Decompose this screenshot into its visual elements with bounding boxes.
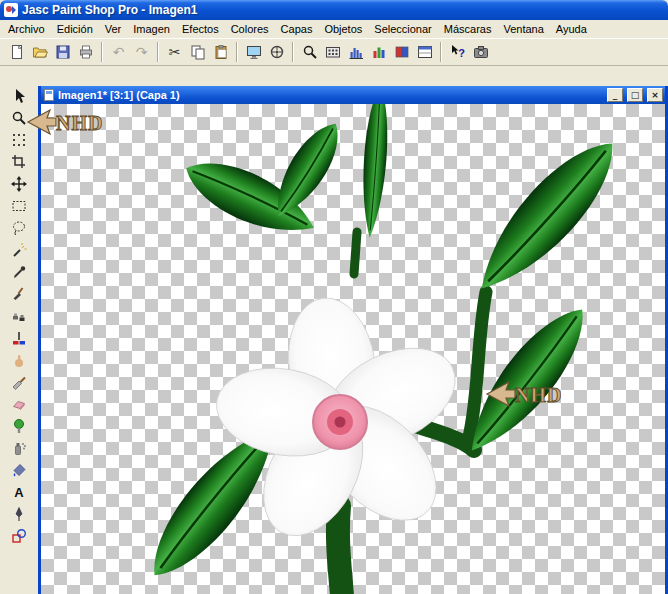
keypad-icon [325,44,341,60]
tool-clone-brush-button[interactable] [5,305,33,326]
menu-item-ayuda[interactable]: Ayuda [550,21,593,37]
toolbar-separator [292,42,294,62]
tool-freehand-selection-button[interactable] [5,217,33,238]
paintbrush-icon [11,286,27,302]
wheel-icon [269,44,285,60]
toolbar-separator [157,42,159,62]
color-bars-icon [371,44,387,60]
redo-button[interactable]: ↷ [130,41,153,64]
print-icon [78,44,94,60]
crop-icon [11,154,27,170]
app-title: Jasc Paint Shop Pro - Imagen1 [22,3,197,17]
menu-item-edicion[interactable]: Edición [51,21,99,37]
context-help-button[interactable]: ? [446,41,469,64]
print-button[interactable] [74,41,97,64]
toolbar-separator [236,42,238,62]
svg-text:A: A [14,485,24,500]
help-arrow-icon: ? [450,44,466,60]
stamp-arrow-icon [28,110,56,134]
menu-item-ventana[interactable]: Ventana [497,21,549,37]
color-histogram-button[interactable] [367,41,390,64]
paste-clipboard-icon [213,44,229,60]
stamp-arrow-icon [487,382,515,406]
tool-magic-wand-button[interactable] [5,239,33,260]
retouch-hand-icon [11,352,27,368]
tool-draw-button[interactable] [5,503,33,524]
tool-picture-tube-button[interactable] [5,415,33,436]
tool-eraser-button[interactable] [5,393,33,414]
tool-airbrush-button[interactable] [5,437,33,458]
cut-button[interactable]: ✂ [163,41,186,64]
tool-text-button[interactable]: A [5,481,33,502]
svg-text:?: ? [458,47,465,59]
save-floppy-icon [55,44,71,60]
tool-paintbrush-button[interactable] [5,283,33,304]
arrow-cursor-icon [11,88,27,104]
eraser-icon [11,396,27,412]
capture-button[interactable] [469,41,492,64]
tool-mover-button[interactable] [5,173,33,194]
toolbar-separator [440,42,442,62]
menu-item-capas[interactable]: Capas [275,21,319,37]
nhd-watermark-stamp: NHD [26,106,102,138]
camera-icon [473,44,489,60]
close-button[interactable]: × [647,88,663,102]
tool-color-replacer-button[interactable] [5,327,33,348]
restore-icon: □ [631,90,640,100]
tool-dropper-button[interactable] [5,261,33,282]
toggle-palette-button[interactable] [390,41,413,64]
restore-button[interactable]: □ [627,88,643,102]
menu-item-archivo[interactable]: Archivo [2,21,51,37]
menu-item-ver[interactable]: Ver [99,21,128,37]
menu-item-colores[interactable]: Colores [225,21,275,37]
histogram-button[interactable] [344,41,367,64]
flower-artwork [41,104,665,594]
app-title-bar[interactable]: Jasc Paint Shop Pro - Imagen1 [0,0,668,20]
scratch-remover-icon [11,374,27,390]
minimize-button[interactable]: _ [607,88,623,102]
canvas[interactable] [41,104,665,594]
menu-item-efectos[interactable]: Efectos [176,21,225,37]
tool-arrow-button[interactable] [5,85,33,106]
tool-flood-fill-button[interactable] [5,459,33,480]
layer-palette-button[interactable] [413,41,436,64]
tool-preset-shapes-button[interactable] [5,525,33,546]
save-button[interactable] [51,41,74,64]
document-title-bar[interactable]: Imagen1* [3:1] (Capa 1) _ □ × [41,86,665,104]
dropper-icon [11,264,27,280]
magnifier-icon [302,44,318,60]
paste-button[interactable] [209,41,232,64]
menu-item-seleccionar[interactable]: Seleccionar [368,21,437,37]
lasso-icon [11,220,27,236]
tool-selection-button[interactable] [5,195,33,216]
close-icon: × [651,90,659,100]
open-button[interactable] [28,41,51,64]
document-window: Imagen1* [3:1] (Capa 1) _ □ × [38,86,668,594]
tool-scratch-remover-button[interactable] [5,371,33,392]
undo-button[interactable]: ↶ [107,41,130,64]
menu-item-imagen[interactable]: Imagen [127,21,176,37]
tool-retouch-button[interactable] [5,349,33,370]
copy-button[interactable] [186,41,209,64]
selection-marquee-icon [11,198,27,214]
airbrush-icon [11,440,27,456]
menu-item-mascaras[interactable]: Máscaras [438,21,498,37]
zoom-toolbar-button[interactable] [298,41,321,64]
full-screen-preview-button[interactable] [242,41,265,64]
document-title: Imagen1* [3:1] (Capa 1) [58,89,180,101]
flood-fill-icon [11,462,27,478]
numeric-edit-button[interactable] [321,41,344,64]
pen-nib-icon [11,506,27,522]
new-button[interactable] [5,41,28,64]
open-folder-icon [32,44,48,60]
normal-viewing-button[interactable] [265,41,288,64]
picture-tube-icon [11,418,27,434]
tool-palette: A [0,66,38,594]
mover-arrows-icon [11,176,27,192]
tool-crop-button[interactable] [5,151,33,172]
deformation-grid-icon [11,132,27,148]
preset-shapes-icon [11,528,27,544]
menu-item-objetos[interactable]: Objetos [318,21,368,37]
undo-icon: ↶ [113,45,125,59]
app-logo-icon [4,3,18,17]
